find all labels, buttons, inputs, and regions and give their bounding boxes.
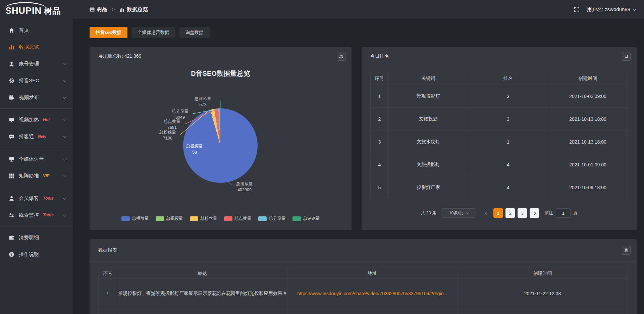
sidebar-item-label: 全媒体运营 xyxy=(19,156,44,162)
logo[interactable]: SHUPIN 树品 xyxy=(0,0,73,19)
page-size-select[interactable]: 10条/页 xyxy=(441,208,476,218)
user-icon xyxy=(9,61,14,67)
chevron-down-icon xyxy=(63,157,66,160)
grid-icon xyxy=(9,173,14,179)
table-row: 4文旅投影灯42021-10-01 09:00 xyxy=(371,153,628,176)
overview-panel-header: 展现量总数: 421,369 总 xyxy=(90,47,352,66)
pie-label-fans: 总粉丝量 7100 xyxy=(156,129,179,141)
legend-item[interactable]: 总评论量 xyxy=(292,216,320,221)
legend-swatch xyxy=(292,216,301,221)
breadcrumb-root[interactable]: 树品 xyxy=(97,6,107,13)
pie-label-videos: 总视频量 58 xyxy=(183,144,206,155)
chevron-right-icon xyxy=(533,211,536,215)
legend-swatch xyxy=(258,216,267,221)
sidebar-item-label: 矩阵助推 xyxy=(19,173,39,179)
logo-text-zh: 树品 xyxy=(44,5,61,16)
tab-media-ops-data[interactable]: 全媒体运营数据 xyxy=(131,27,175,38)
table-row: 2文旅投影32021-10-13 18:00 xyxy=(371,108,628,130)
legend-item[interactable]: 总播放量 xyxy=(121,216,149,221)
sidebar-item-label: 首页 xyxy=(19,27,29,34)
dashboard-stage: SHUPIN 树品 首页 数据总览 账号管理 抖音SEO xyxy=(0,0,644,314)
data-tabs: 抖音seo数据 全媒体运营数据 询盘数据 xyxy=(90,27,214,38)
bar-chart-icon xyxy=(9,44,14,50)
pie-label-plays: 总播放量 402909 xyxy=(230,181,259,193)
sidebar-item-label: 消费明细 xyxy=(19,234,39,241)
sidebar-item-leads-monitor[interactable]: 线索监控 Tools xyxy=(0,207,73,223)
legend-item[interactable]: 总视频量 xyxy=(156,216,183,221)
col-rank: 排名 xyxy=(468,72,548,85)
member-icon xyxy=(9,196,14,201)
sidebar-item-video-heat[interactable]: 视频加热 Hot xyxy=(0,111,73,128)
sidebar-item-matrix-boost[interactable]: 矩阵助推 VIP xyxy=(0,167,73,184)
sidebar-item-help[interactable]: ? 操作说明 xyxy=(0,246,73,263)
report-panel: 数据报表 表 序号 标题 地址 创建时间 1 景观投影灯，夜游景观投影灯厂家展示… xyxy=(90,239,637,314)
page-button-2[interactable]: 2 xyxy=(505,208,515,218)
sidebar-item-video-publish[interactable]: 视频发布 xyxy=(0,89,73,106)
topbar-right: 用户名: zswodun88 xyxy=(574,6,635,13)
tab-inquiry-data[interactable]: 询盘数据 xyxy=(179,27,210,38)
sidebar-divider xyxy=(0,148,73,148)
page-button-3[interactable]: 3 xyxy=(518,208,527,218)
sidebar-item-douyin-seo[interactable]: 抖音SEO xyxy=(0,72,73,89)
pie-label-likes: 总点赞量 7681 xyxy=(160,119,184,130)
daily-view-button[interactable]: 日 xyxy=(622,52,631,61)
total-view-button[interactable]: 总 xyxy=(337,52,345,61)
sidebar-item-consumption[interactable]: 消费明细 xyxy=(0,229,73,246)
pie-label-comments: 总评论量 572 xyxy=(191,96,215,108)
ranking-panel: 今日排名 日 序号 关键词 排名 创建时间 1景观投影灯32021-10-02 … xyxy=(362,47,637,230)
legend-item[interactable]: 总点赞量 xyxy=(224,216,252,221)
page-size-value: 10条/页 xyxy=(449,210,463,216)
sidebar-item-doukertong[interactable]: 抖客通 New xyxy=(0,128,73,145)
page-button-1[interactable]: 1 xyxy=(493,208,503,218)
report-title: 数据报表 xyxy=(98,247,117,253)
report-panel-header: 数据报表 表 xyxy=(90,239,637,262)
sidebar-item-home[interactable]: 首页 xyxy=(0,22,73,39)
video-link[interactable]: https://www.iesdouyin.com/share/video/70… xyxy=(297,291,447,296)
bar-chart-icon xyxy=(119,7,124,12)
sidebar-item-member-booster[interactable]: 会员爆客 Tools xyxy=(0,190,73,207)
sidebar-item-label: 抖客通 xyxy=(19,134,34,140)
sidebar-item-media-ops[interactable]: 全媒体运营 xyxy=(0,151,73,167)
legend-item[interactable]: 总粉丝量 xyxy=(190,216,217,221)
prev-page-button[interactable] xyxy=(482,208,491,218)
chevron-down-icon xyxy=(63,173,66,177)
ranking-title: 今日排名 xyxy=(370,53,389,59)
table-header-row: 序号 关键词 排名 创建时间 xyxy=(371,72,628,85)
sidebar-item-label: 抖音SEO xyxy=(19,77,40,84)
col-title: 标题 xyxy=(117,268,287,279)
logo-arc xyxy=(4,2,47,9)
chevron-down-icon xyxy=(63,213,66,216)
ranking-table: 序号 关键词 排名 创建时间 1景观投影灯32021-10-02 09:00 2… xyxy=(370,72,628,199)
sidebar-divider xyxy=(0,187,73,187)
chevron-down-icon xyxy=(63,134,66,138)
gear-icon xyxy=(9,78,14,84)
user-menu[interactable]: 用户名: zswodun88 xyxy=(587,6,635,13)
sidebar: SHUPIN 树品 首页 数据总览 账号管理 抖音SEO xyxy=(0,0,73,314)
fullscreen-icon[interactable] xyxy=(574,7,580,12)
topbar: 树品 > 数据总览 用户名: zswodun88 xyxy=(73,0,644,19)
home-icon xyxy=(9,28,14,33)
pie-chart-title: D音SEO数据量总览 xyxy=(90,69,352,78)
pagination-total: 共 23 条 xyxy=(421,210,437,216)
tab-douyin-seo-data[interactable]: 抖音seo数据 xyxy=(90,27,127,38)
overview-panel: 展现量总数: 421,369 总 D音SEO数据量总览 总评论量 572 总分享… xyxy=(90,47,352,230)
breadcrumb-current: 数据总览 xyxy=(127,6,148,13)
chevron-down-icon xyxy=(466,211,469,214)
table-header-row: 序号 标题 地址 创建时间 xyxy=(99,268,628,279)
sidebar-item-badge: New xyxy=(38,134,46,139)
next-page-button[interactable] xyxy=(530,208,539,218)
sidebar-item-account[interactable]: 账号管理 xyxy=(0,55,73,72)
sidebar-divider xyxy=(0,226,73,226)
table-row: 1 景观投影灯，夜游景观投影灯厂家展示展示落花灯在花园里的灯光投影应用效果 # … xyxy=(99,279,628,308)
table-row: 1景观投影灯32021-10-02 09:00 xyxy=(371,85,628,108)
svg-text:?: ? xyxy=(10,253,12,256)
sidebar-item-label: 操作说明 xyxy=(19,251,39,258)
goto-page-input[interactable] xyxy=(556,208,571,218)
sidebar-item-data-overview[interactable]: 数据总览 xyxy=(0,39,73,55)
sidebar-item-label: 视频加热 xyxy=(19,117,39,123)
chevron-down-icon xyxy=(63,61,66,65)
col-keyword: 关键词 xyxy=(388,72,468,85)
table-view-button[interactable]: 表 xyxy=(622,246,631,255)
goto-suffix: 页 xyxy=(573,210,578,216)
legend-item[interactable]: 总分享量 xyxy=(258,216,286,221)
